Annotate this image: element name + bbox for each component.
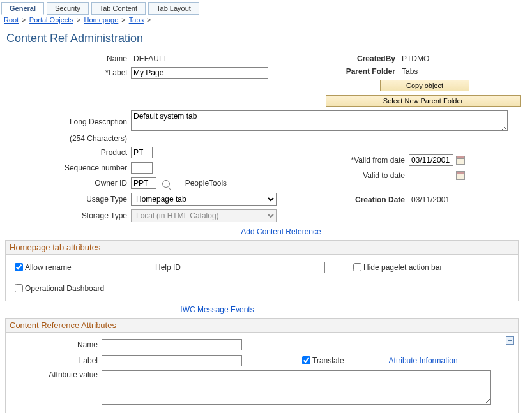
creationdate-value: 03/11/2001	[409, 195, 450, 204]
helpid-label: Help ID	[146, 263, 185, 272]
storagetype-label: Storage Type	[0, 211, 131, 220]
homepage-attrs-header: Homepage tab attributes	[6, 241, 518, 255]
createdby-label: CreatedBy	[326, 54, 399, 63]
validfrom-label: *Valid from date	[326, 156, 409, 165]
ownerid-input[interactable]	[131, 177, 156, 189]
page-title: Content Ref Administration	[6, 32, 532, 45]
cref-attrs-header: Content Reference Attributes	[6, 319, 518, 333]
attr-name-label: Name	[12, 340, 102, 349]
attr-value-input[interactable]	[102, 370, 491, 405]
ownerid-lookup-icon[interactable]	[162, 180, 170, 188]
name-value: DEFAULT	[131, 54, 167, 63]
ownerid-desc: PeopleTools	[183, 179, 227, 188]
longdesc-input[interactable]	[131, 110, 508, 131]
product-input[interactable]	[131, 147, 153, 158]
attr-label-input[interactable]	[102, 355, 242, 366]
operational-dashboard-label: Operational Dashboard	[25, 284, 104, 293]
allow-rename-label: Allow rename	[25, 263, 72, 272]
crumb-homepage[interactable]: Homepage	[84, 16, 118, 24]
crumb-root[interactable]: Root	[4, 16, 19, 24]
calendar-icon[interactable]	[456, 156, 465, 165]
creationdate-label: Creation Date	[326, 195, 409, 204]
tab-content[interactable]: Tab Content	[91, 2, 146, 15]
product-label: Product	[0, 148, 131, 157]
usagetype-label: Usage Type	[0, 195, 131, 204]
storagetype-select: Local (in HTML Catalog)	[131, 209, 277, 222]
createdby-value: PTDMO	[399, 54, 429, 63]
validfrom-input[interactable]	[409, 154, 453, 166]
ownerid-label: Owner ID	[0, 179, 131, 188]
tab-security[interactable]: Security	[47, 2, 89, 15]
tab-general[interactable]: General	[1, 2, 44, 15]
attribute-information-link[interactable]: Attribute Information	[389, 356, 458, 365]
crumb-tabs[interactable]: Tabs	[129, 16, 144, 24]
attr-name-input[interactable]	[102, 339, 242, 350]
operational-dashboard-checkbox[interactable]	[15, 284, 23, 292]
translate-checkbox[interactable]	[302, 356, 310, 364]
page-tabs: General Security Tab Content Tab Layout	[0, 0, 532, 14]
hide-actionbar-label: Hide pagelet action bar	[363, 263, 442, 272]
calendar-icon[interactable]	[456, 171, 465, 180]
seqnum-label: Sequence number	[0, 163, 131, 172]
attr-label-label: Label	[12, 356, 102, 365]
helpid-input[interactable]	[185, 262, 325, 273]
parentfolder-label: Parent Folder	[326, 67, 399, 76]
name-label: Name	[0, 54, 131, 63]
collapse-icon[interactable]: −	[506, 336, 514, 345]
homepage-tab-attributes-group: Homepage tab attributes Allow rename Hel…	[5, 240, 519, 301]
validto-label: Valid to date	[326, 171, 409, 180]
seqnum-input[interactable]	[131, 162, 153, 174]
translate-label: Translate	[312, 356, 344, 365]
add-cref-link[interactable]: Add Content Reference	[241, 227, 321, 236]
validto-input[interactable]	[409, 170, 453, 181]
tab-layout[interactable]: Tab Layout	[148, 2, 199, 15]
attr-value-label: Attribute value	[12, 370, 102, 379]
breadcrumb: Root > Portal Objects > Homepage > Tabs …	[0, 14, 532, 26]
charcount-note: (254 Characters)	[0, 134, 131, 143]
crumb-portal-objects[interactable]: Portal Objects	[29, 16, 73, 24]
hide-actionbar-checkbox[interactable]	[353, 263, 361, 271]
longdesc-label: Long Description	[70, 117, 127, 126]
parentfolder-value: Tabs	[399, 67, 418, 76]
iwc-link[interactable]: IWC Message Events	[180, 305, 254, 314]
label-label: *Label	[0, 68, 131, 77]
content-reference-attributes-group: Content Reference Attributes − Name Labe…	[5, 318, 519, 413]
usagetype-select[interactable]: Homepage tab	[131, 193, 277, 206]
label-input[interactable]	[131, 67, 268, 79]
allow-rename-checkbox[interactable]	[15, 263, 23, 271]
copy-object-button[interactable]: Copy object	[380, 80, 469, 91]
select-parent-button[interactable]: Select New Parent Folder	[326, 95, 521, 107]
